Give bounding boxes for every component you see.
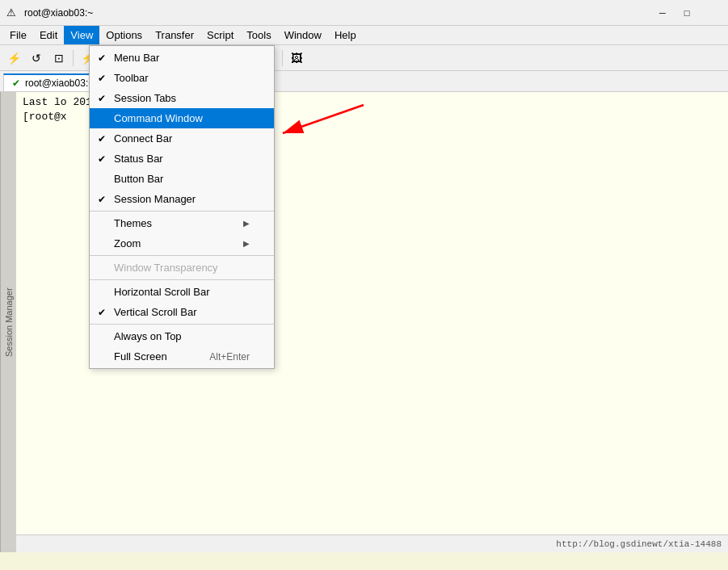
dropdown-sep3 bbox=[90, 279, 274, 280]
check-icon: ✔ bbox=[98, 93, 106, 104]
svg-line-1 bbox=[283, 105, 364, 133]
dropdown-overlay[interactable]: ✔ Menu Bar ✔ Toolbar ✔ Session Tabs Comm… bbox=[0, 0, 728, 570]
dropdown-button-bar[interactable]: Button Bar bbox=[90, 169, 274, 189]
dropdown-horizontal-scroll-bar[interactable]: Horizontal Scroll Bar bbox=[90, 282, 274, 302]
view-dropdown-menu: ✔ Menu Bar ✔ Toolbar ✔ Session Tabs Comm… bbox=[89, 45, 275, 369]
submenu-arrow-icon: ▶ bbox=[243, 219, 250, 228]
check-icon: ✔ bbox=[98, 133, 106, 145]
check-icon: ✔ bbox=[98, 153, 106, 165]
dropdown-window-transparency: Window Transparency bbox=[90, 258, 274, 278]
dropdown-status-bar[interactable]: ✔ Status Bar bbox=[90, 149, 274, 169]
dropdown-toolbar[interactable]: ✔ Toolbar bbox=[90, 68, 274, 88]
dropdown-vertical-scroll-bar[interactable]: ✔ Vertical Scroll Bar bbox=[90, 302, 274, 322]
dropdown-always-on-top[interactable]: Always on Top bbox=[90, 326, 274, 346]
dropdown-sep1 bbox=[90, 211, 274, 212]
check-icon: ✔ bbox=[98, 307, 106, 318]
submenu-arrow-icon: ▶ bbox=[243, 239, 250, 248]
dropdown-connect-bar[interactable]: ✔ Connect Bar bbox=[90, 128, 274, 149]
dropdown-full-screen[interactable]: Full Screen Alt+Enter bbox=[90, 346, 274, 367]
shortcut-label: Alt+Enter bbox=[209, 351, 250, 363]
dropdown-session-manager[interactable]: ✔ Session Manager bbox=[90, 189, 274, 209]
check-icon: ✔ bbox=[98, 194, 106, 205]
dropdown-session-tabs[interactable]: ✔ Session Tabs bbox=[90, 88, 274, 108]
check-icon: ✔ bbox=[98, 73, 106, 84]
dropdown-command-window[interactable]: Command Window bbox=[90, 108, 274, 128]
dropdown-menu-bar[interactable]: ✔ Menu Bar bbox=[90, 48, 274, 68]
dropdown-themes[interactable]: Themes ▶ bbox=[90, 213, 274, 233]
dropdown-sep4 bbox=[90, 324, 274, 325]
check-icon: ✔ bbox=[98, 52, 106, 64]
dropdown-zoom[interactable]: Zoom ▶ bbox=[90, 233, 274, 254]
dropdown-sep2 bbox=[90, 255, 274, 256]
